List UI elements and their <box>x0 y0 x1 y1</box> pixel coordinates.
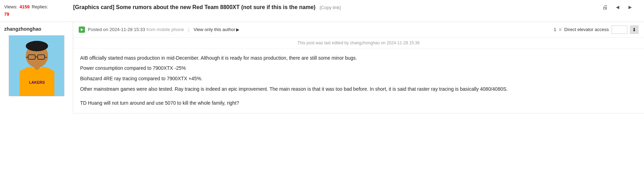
replies-count: 79 <box>4 11 9 18</box>
elevator-number: 1 <box>554 27 556 32</box>
post-header: Posted on 2024-11-28 15:33 from mobile p… <box>73 22 644 38</box>
post-line-3: Biohazard 4RE ray tracing compared to 79… <box>80 75 637 83</box>
post-edit-info: This post was last edited by zhangzhongh… <box>73 38 644 48</box>
post-date: 2024-11-28 15:33 <box>109 27 145 32</box>
print-button[interactable]: 🖨 <box>601 3 609 11</box>
stats-replies-row: 79 <box>4 11 9 18</box>
svg-point-2 <box>26 41 48 51</box>
elevator-hash: # <box>559 27 561 32</box>
views-label: Views: <box>4 3 17 11</box>
page-wrapper: Views: 4159 Replies: 79 [Graphics card] … <box>0 0 644 113</box>
title-bar: Views: 4159 Replies: 79 [Graphics card] … <box>0 0 644 22</box>
thread-title-text: [Graphics card] Some rumors about the ne… <box>73 4 316 10</box>
post-line-6: TD Huang will not turn around and use 50… <box>80 99 637 107</box>
sidebar: zhangzhonghao <box>0 22 73 113</box>
forward-button[interactable]: ► <box>626 3 634 11</box>
title-actions: 🖨 ◄ ► <box>601 3 634 11</box>
back-button[interactable]: ◄ <box>613 3 622 11</box>
post-line-1: AIB officially started mass production i… <box>80 54 637 62</box>
stats-views: Views: 4159 Replies: <box>4 3 48 11</box>
blank-line <box>80 96 637 99</box>
posted-label: Posted on <box>88 27 108 32</box>
svg-text:LAKERS: LAKERS <box>29 80 45 84</box>
author-name: zhangzhonghao <box>4 26 41 32</box>
views-count: 4159 <box>20 3 30 11</box>
avatar: LAKERS <box>9 35 64 96</box>
title-content: [Graphics card] Some rumors about the ne… <box>73 3 640 11</box>
post-line-2: Power consumption compared to 7900XTX -2… <box>80 64 637 73</box>
source-icon <box>79 27 85 33</box>
copy-link[interactable]: [Copy link] <box>320 5 341 10</box>
replies-label: Replies: <box>32 3 48 11</box>
elevator-go-button[interactable]: ⬇ <box>630 25 638 34</box>
post-meta: Posted on 2024-11-28 15:33 from mobile p… <box>88 27 184 32</box>
elevator-label: Direct elevator access <box>564 27 609 32</box>
from-source: from mobile phone <box>146 27 184 32</box>
divider: | <box>188 27 189 32</box>
elevator-input[interactable] <box>612 25 627 34</box>
view-author-arrow-icon: ▶ <box>236 27 239 32</box>
post-body: AIB officially started mass production i… <box>73 48 644 113</box>
elevator-section: 1 # Direct elevator access ⬇ <box>554 25 638 34</box>
stats-block: Views: 4159 Replies: 79 <box>0 3 73 18</box>
from-label: from mobile phone <box>146 27 184 32</box>
thread-title: [Graphics card] Some rumors about the ne… <box>73 4 341 10</box>
post-line-4: Other mainstream games were also tested.… <box>80 85 637 94</box>
view-author-button[interactable]: View only this author ▶ <box>194 27 240 32</box>
post-area: Posted on 2024-11-28 15:33 from mobile p… <box>73 22 644 113</box>
main-content: zhangzhonghao <box>0 22 644 113</box>
view-author-label: View only this author <box>194 27 235 32</box>
